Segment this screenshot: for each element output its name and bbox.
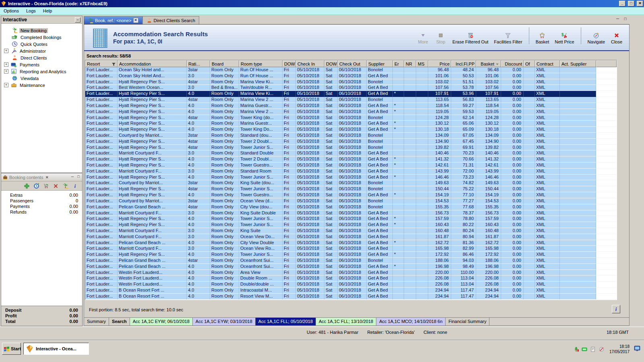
- panel-minimize-button[interactable]: ─: [615, 17, 620, 22]
- table-row[interactable]: Fort Lauder...Hyatt Regency Pier S...4st…: [85, 139, 617, 145]
- column-header-actsupplier[interactable]: Act. Supplier: [560, 60, 596, 67]
- table-row[interactable]: Fort Lauder...Courtyard by Marriot...3st…: [85, 180, 617, 186]
- panel-restore-button[interactable]: □: [623, 17, 628, 22]
- column-header-er[interactable]: Er: [393, 60, 404, 67]
- search-tab-summary[interactable]: Summary: [84, 318, 109, 325]
- expand-icon[interactable]: +: [4, 69, 8, 74]
- table-row[interactable]: Fort Lauder...Westin Fort Lauderd...4.0R…: [85, 282, 617, 288]
- column-header-checkin[interactable]: Check In: [296, 60, 324, 67]
- booking-minimize-button[interactable]: ─: [70, 175, 75, 179]
- table-row[interactable]: Fort Lauder...Hyatt Regency Pier S...4.0…: [85, 121, 617, 127]
- column-header-dow[interactable]: DOW: [283, 60, 296, 67]
- column-header-accommodation[interactable]: Accommodation: [118, 60, 187, 67]
- table-row[interactable]: Fort Lauder...Westin Fort Lauderd...4.0R…: [85, 270, 617, 276]
- table-row[interactable]: Fort Lauder...Ocean Sky Hotel and...3sta…: [85, 67, 617, 73]
- menu-item-options[interactable]: Options: [0, 7, 23, 14]
- search-tab-acc-1a-1c-fll-05-10-2018[interactable]: Acc 1A,1C FLL; 05/10/2018: [256, 318, 316, 325]
- column-header-checkout[interactable]: Check Out: [338, 60, 367, 67]
- column-header-rati[interactable]: Rati...: [187, 60, 210, 67]
- tray-icon-1[interactable]: [573, 346, 579, 352]
- table-row[interactable]: Fort Lauder...Westin Fort Lauderd...4.0R…: [85, 276, 617, 282]
- sidebar-item-quick-quotes[interactable]: Quick Quotes: [1, 41, 82, 47]
- column-header-inclflpp[interactable]: Incl.Fl.PP: [451, 60, 476, 67]
- add-icon[interactable]: [24, 183, 30, 189]
- column-header-price[interactable]: Price: [428, 60, 451, 67]
- table-row[interactable]: Fort Lauder...Hyatt Regency Pier S...4.0…: [85, 216, 617, 222]
- column-header-ms[interactable]: MS: [416, 60, 428, 67]
- navigate-button[interactable]: Navigate: [588, 32, 605, 44]
- window-maximize-button[interactable]: □: [628, 1, 634, 6]
- column-header-discount[interactable]: Discount: [501, 60, 524, 67]
- nett-price-button[interactable]: $Nett Price: [555, 32, 574, 44]
- palm-tree-icon[interactable]: [62, 183, 68, 189]
- table-row[interactable]: Fort Lauder...Hyatt Regency Pier S...4st…: [85, 97, 617, 103]
- window-close-button[interactable]: ✕: [637, 1, 643, 6]
- table-row[interactable]: Fort Lauder...Marriott Courtyard F...3.0…: [85, 234, 617, 240]
- booking-maximize-button[interactable]: □: [76, 175, 81, 179]
- table-row[interactable]: Fort Lauder...Ocean Sky Hotel And...3.0R…: [85, 73, 617, 79]
- booking-contents-close-icon[interactable]: ✕: [44, 175, 50, 180]
- search-tab-acc-1a-1c-fll-13-10-2018[interactable]: Acc 1A,1C FLL; 13/10/2018: [316, 318, 376, 325]
- start-button[interactable]: Start: [2, 343, 21, 355]
- sidebar-item-completed-bookings[interactable]: Completed Bookings: [1, 34, 82, 41]
- facilities-filter-button[interactable]: Facilities Filter: [494, 32, 522, 44]
- table-row[interactable]: Fort Lauder...Courtyard by Marriot...3st…: [85, 198, 617, 204]
- sidebar-item-new-booking[interactable]: New Booking: [1, 27, 82, 34]
- search-tab-acc-1a-1c-eyw-06-10-2018[interactable]: Acc 1A,1C EYW; 06/10/2018: [130, 318, 193, 325]
- expand-icon[interactable]: +: [4, 83, 8, 87]
- table-row[interactable]: Fort Lauder...Marriott Courtyard F...3.0…: [85, 210, 617, 216]
- sidebar-item-reporting-and-analytics[interactable]: +Reporting and Analytics: [1, 68, 82, 75]
- table-row[interactable]: Fort Lauder...Marriott Courtyard F...3.0…: [85, 246, 617, 252]
- search-tab-financial-summary[interactable]: Financial Summary: [446, 318, 489, 325]
- table-row[interactable]: Fort Lauder...Hyatt Regency Pier S...4st…: [85, 186, 617, 192]
- table-row[interactable]: Fort Lauder...Hyatt Regency Pier S...4.0…: [85, 103, 617, 109]
- taskbar-app-button[interactable]: Interactive - Ocea...: [23, 343, 89, 355]
- table-row[interactable]: Fort Lauder...Pelican Grand Beach ...4st…: [85, 204, 617, 210]
- sidebar-item-direct-clients[interactable]: Direct Clients: [1, 54, 82, 61]
- table-row[interactable]: Fort Lauder...Marriott Courtyard F...3.0…: [85, 150, 617, 156]
- column-header-board[interactable]: Board: [210, 60, 239, 67]
- column-header-supplier[interactable]: Supplier: [367, 60, 393, 67]
- column-header-of[interactable]: Of: [524, 60, 535, 67]
- table-row[interactable]: Fort Lauder...Best Western Ocean...3.0Be…: [85, 85, 617, 91]
- table-row[interactable]: Fort Lauder...Hyatt Regency Pier S...4.0…: [85, 252, 617, 258]
- table-row[interactable]: Fort Lauder...Pelican Grand Beach ...4.0…: [85, 240, 617, 246]
- table-row[interactable]: Fort Lauder...Hyatt Regency Pier S...4.0…: [85, 162, 617, 169]
- info-button[interactable]: i: [612, 305, 620, 313]
- clock-globe-icon[interactable]: [33, 183, 39, 189]
- column-header-roomtype[interactable]: Room type: [239, 60, 283, 67]
- info-icon[interactable]: i: [72, 183, 78, 189]
- sidebar-item-maintenance[interactable]: +Maintenance: [1, 82, 82, 88]
- tab-direct-clients-search[interactable]: Direct Clients Search: [142, 16, 199, 24]
- sidebar-item-payments[interactable]: +$Payments: [1, 61, 82, 68]
- collapse-panel-button[interactable]: –: [75, 17, 80, 23]
- table-row[interactable]: Fort Lauder...Courtyard by Marriot...3st…: [85, 133, 617, 139]
- table-row[interactable]: Fort Lauder...Hyatt Regency Pier S...4.0…: [85, 222, 617, 228]
- column-header-basket[interactable]: Basket: [476, 60, 501, 67]
- table-row[interactable]: Fort Lauder...Hyatt Regency Pier S...4.0…: [85, 192, 617, 198]
- table-row[interactable]: Fort Lauder...Pelican Grand Beach ...4.0…: [85, 264, 617, 270]
- table-row[interactable]: Fort Lauder...Hyatt Regency Pier S...4.0…: [85, 91, 617, 97]
- tray-icon-3[interactable]: [590, 346, 596, 352]
- sidebar-item-viewdata[interactable]: Viewdata: [1, 75, 82, 82]
- tab-book-ref-none-[interactable]: Book. ref.: <none>✕: [84, 16, 142, 24]
- table-row[interactable]: Fort Lauder...B Ocean Resort Fort ...4.0…: [85, 288, 617, 294]
- table-row[interactable]: Fort Lauder...Pelican Grand Beach ...4st…: [85, 258, 617, 264]
- expand-icon[interactable]: +: [4, 49, 8, 53]
- sidebar-item-administrator[interactable]: +Administrator: [1, 47, 82, 54]
- column-header-dow[interactable]: DOW: [324, 60, 338, 67]
- menu-item-help[interactable]: Help: [39, 7, 56, 14]
- table-row[interactable]: Fort Lauder...Marriott Courtyard F...3.0…: [85, 228, 617, 234]
- search-tab-search[interactable]: Search: [109, 318, 130, 325]
- table-row[interactable]: Fort Lauder...Hyatt Regency Pier S...4st…: [85, 145, 617, 151]
- search-tab-acc-1a-1c-mco-14-10-2018-6n[interactable]: Acc 1A,1C MCO; 14/10/2018 6n: [376, 318, 446, 325]
- column-header-nr[interactable]: NR: [404, 60, 416, 67]
- close-button[interactable]: Close: [611, 32, 623, 44]
- column-header-resort[interactable]: Resort: [85, 60, 118, 67]
- delete-icon[interactable]: [53, 183, 59, 189]
- table-row[interactable]: Fort Lauder...B Ocean Resort Fort ...4.0…: [85, 294, 617, 300]
- table-row[interactable]: Fort Lauder...Hyatt Regency Pier S...4st…: [85, 79, 617, 85]
- table-row[interactable]: Fort Lauder...Hyatt Regency Pier S...4.0…: [85, 175, 617, 181]
- basket-arrow-icon[interactable]: [43, 183, 49, 189]
- tray-icon-2[interactable]: [582, 346, 588, 352]
